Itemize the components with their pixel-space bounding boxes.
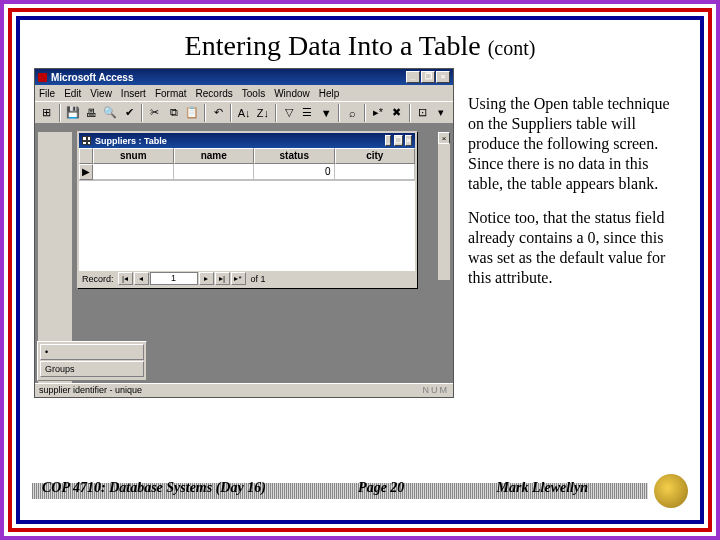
datasheet-window-buttons: _ ❐ × bbox=[385, 135, 412, 146]
col-city[interactable]: city bbox=[335, 148, 416, 164]
groups-divider[interactable]: • bbox=[40, 344, 144, 360]
toolbar-sep bbox=[409, 104, 411, 122]
record-label: Record: bbox=[82, 274, 114, 284]
menu-records[interactable]: Records bbox=[196, 88, 233, 99]
menubar: File Edit View Insert Format Records Too… bbox=[35, 85, 453, 101]
menu-help[interactable]: Help bbox=[319, 88, 340, 99]
groups-panel: • Groups bbox=[37, 341, 147, 381]
ds-maximize-button[interactable]: ❐ bbox=[394, 135, 403, 146]
menu-view[interactable]: View bbox=[90, 88, 112, 99]
record-navigator: Record: |◂ ◂ 1 ▸ ▸| ▸* of 1 bbox=[79, 270, 415, 286]
menu-edit[interactable]: Edit bbox=[64, 88, 81, 99]
cell-name[interactable] bbox=[174, 164, 255, 180]
nav-new-button[interactable]: ▸* bbox=[231, 272, 246, 285]
toolbar-sep bbox=[59, 104, 61, 122]
cell-snum[interactable] bbox=[93, 164, 174, 180]
ds-close-button[interactable]: × bbox=[405, 135, 412, 146]
apply-filter-icon[interactable]: ▼ bbox=[317, 104, 335, 122]
col-snum[interactable]: snum bbox=[93, 148, 174, 164]
sort-asc-icon[interactable]: A↓ bbox=[235, 104, 253, 122]
table-row: ▶ 0 bbox=[79, 164, 415, 180]
col-status[interactable]: status bbox=[254, 148, 335, 164]
datagrid-empty bbox=[79, 180, 415, 270]
app-name: Microsoft Access bbox=[51, 72, 133, 83]
col-name[interactable]: name bbox=[174, 148, 255, 164]
nav-next-button[interactable]: ▸ bbox=[199, 272, 214, 285]
status-left: supplier identifier - unique bbox=[39, 384, 142, 397]
ds-minimize-button[interactable]: _ bbox=[385, 135, 391, 146]
paragraph-2: Notice too, that the status field alread… bbox=[468, 208, 686, 288]
title-suffix: (cont) bbox=[488, 37, 536, 59]
view-icon[interactable]: ⊞ bbox=[38, 104, 56, 122]
nav-last-button[interactable]: ▸| bbox=[215, 272, 230, 285]
db-window-icon[interactable]: ⊡ bbox=[414, 104, 432, 122]
toolbar-sep bbox=[141, 104, 143, 122]
slide-frame: Entering Data Into a Table (cont) Micros… bbox=[0, 0, 720, 540]
menu-insert[interactable]: Insert bbox=[121, 88, 146, 99]
menu-tools[interactable]: Tools bbox=[242, 88, 265, 99]
mdi-area: × Suppliers : Table _ ❐ × bbox=[35, 123, 453, 383]
toolbar-sep bbox=[204, 104, 206, 122]
datasheet-icon bbox=[82, 136, 91, 145]
ucf-logo-icon bbox=[654, 474, 688, 508]
footer-page: Page 20 bbox=[358, 480, 404, 496]
nav-prev-button[interactable]: ◂ bbox=[134, 272, 149, 285]
spell-icon[interactable]: ✔ bbox=[120, 104, 138, 122]
access-key-icon bbox=[38, 73, 47, 82]
more-icon[interactable]: ▾ bbox=[432, 104, 450, 122]
record-position[interactable]: 1 bbox=[150, 272, 198, 285]
screenshot-access: Microsoft Access _ ❐ × File Edit View In… bbox=[34, 68, 454, 398]
datasheet-titlebar: Suppliers : Table _ ❐ × bbox=[79, 133, 415, 148]
paste-icon[interactable]: 📋 bbox=[184, 104, 202, 122]
side-close-icon[interactable]: × bbox=[438, 132, 450, 144]
menu-window[interactable]: Window bbox=[274, 88, 310, 99]
toolbar-sep bbox=[275, 104, 277, 122]
close-button[interactable]: × bbox=[436, 71, 450, 83]
footer-course: COP 4710: Database Systems (Day 16) bbox=[42, 480, 266, 496]
undo-icon[interactable]: ↶ bbox=[209, 104, 227, 122]
menu-format[interactable]: Format bbox=[155, 88, 187, 99]
datagrid-header: snum name status city bbox=[79, 148, 415, 164]
maximize-button[interactable]: ❐ bbox=[421, 71, 435, 83]
print-icon[interactable]: 🖶 bbox=[83, 104, 101, 122]
app-titlebar: Microsoft Access _ ❐ × bbox=[35, 69, 453, 85]
statusbar: supplier identifier - unique NUM bbox=[35, 383, 453, 397]
table-datasheet-window: Suppliers : Table _ ❐ × snum name status bbox=[77, 131, 417, 288]
copy-icon[interactable]: ⧉ bbox=[165, 104, 183, 122]
footer-text: COP 4710: Database Systems (Day 16) Page… bbox=[32, 480, 648, 496]
content-row: Microsoft Access _ ❐ × File Edit View In… bbox=[20, 68, 700, 398]
sort-desc-icon[interactable]: Z↓ bbox=[254, 104, 272, 122]
slide-title: Entering Data Into a Table (cont) bbox=[20, 20, 700, 68]
side-panel: × bbox=[437, 131, 451, 281]
row-selector-header[interactable] bbox=[79, 148, 93, 164]
row-marker[interactable]: ▶ bbox=[79, 164, 93, 180]
nav-first-button[interactable]: |◂ bbox=[118, 272, 133, 285]
save-icon[interactable]: 💾 bbox=[64, 104, 82, 122]
footer-bar: COP 4710: Database Systems (Day 16) Page… bbox=[32, 483, 648, 499]
minimize-button[interactable]: _ bbox=[406, 71, 420, 83]
menu-file[interactable]: File bbox=[39, 88, 55, 99]
record-of: of 1 bbox=[251, 274, 266, 284]
title-main: Entering Data Into a Table bbox=[185, 30, 488, 61]
footer-author: Mark Llewellyn bbox=[497, 480, 588, 496]
filter-form-icon[interactable]: ☰ bbox=[299, 104, 317, 122]
paragraph-1: Using the Open table technique on the Su… bbox=[468, 94, 686, 194]
cut-icon[interactable]: ✂ bbox=[146, 104, 164, 122]
toolbar-sep bbox=[338, 104, 340, 122]
cell-city[interactable] bbox=[335, 164, 416, 180]
groups-button[interactable]: Groups bbox=[40, 361, 144, 377]
cell-status[interactable]: 0 bbox=[254, 164, 335, 180]
new-record-icon[interactable]: ▸* bbox=[369, 104, 387, 122]
footer: COP 4710: Database Systems (Day 16) Page… bbox=[32, 472, 688, 510]
window-buttons: _ ❐ × bbox=[406, 71, 450, 83]
toolbar-sep bbox=[364, 104, 366, 122]
explanation-text: Using the Open table technique on the Su… bbox=[468, 68, 686, 398]
delete-record-icon[interactable]: ✖ bbox=[388, 104, 406, 122]
slide-border-blue: Entering Data Into a Table (cont) Micros… bbox=[16, 16, 704, 524]
datasheet-title: Suppliers : Table bbox=[95, 136, 167, 146]
datagrid: snum name status city ▶ 0 bbox=[79, 148, 415, 270]
find-icon[interactable]: ⌕ bbox=[343, 104, 361, 122]
toolbar-sep bbox=[230, 104, 232, 122]
filter-icon[interactable]: ▽ bbox=[280, 104, 298, 122]
preview-icon[interactable]: 🔍 bbox=[101, 104, 119, 122]
